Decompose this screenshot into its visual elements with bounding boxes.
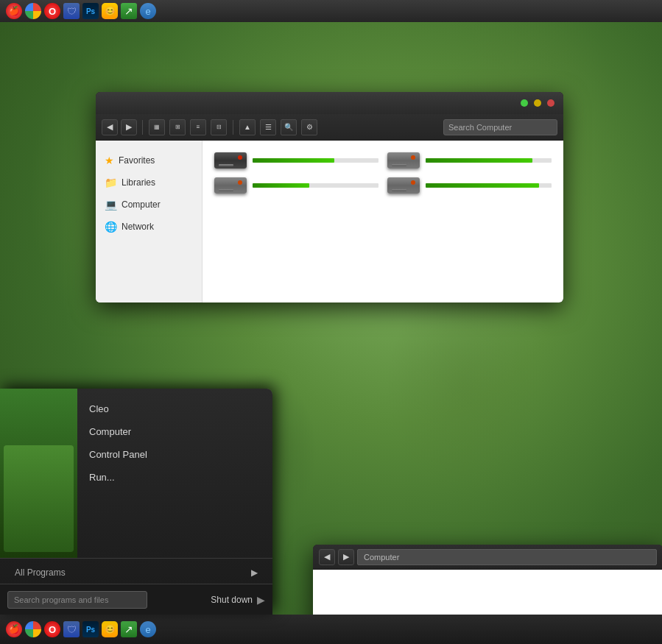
shut-down-arrow-icon: ▶	[257, 594, 265, 606]
nav-label-network: Network	[122, 222, 154, 232]
forward-button[interactable]: ▶	[121, 119, 137, 135]
drive-icon-2	[387, 152, 420, 169]
window-titlebar	[96, 92, 563, 114]
bottom-emoji-icon[interactable]: 😊	[102, 621, 118, 637]
drive-bar-3	[253, 183, 378, 188]
computer-icon: 💻	[105, 199, 117, 210]
window-content: ★ Favorites 📁 Libraries 💻 Computer 🌐 Net…	[96, 141, 563, 302]
start-menu-right: Cleo Computer Control Panel Run...	[77, 389, 272, 558]
toolbar-separator-2	[233, 120, 233, 135]
action-search-button[interactable]: 🔍	[281, 119, 297, 135]
main-area	[203, 141, 563, 302]
address-label-2: Computer	[364, 553, 399, 562]
drive-icon-3	[214, 177, 247, 194]
drive-item-4[interactable]	[387, 177, 552, 194]
ie-icon[interactable]: e	[140, 3, 156, 19]
all-programs-label: All Programs	[15, 567, 66, 578]
user-thumbnail	[4, 445, 74, 552]
nav-label-favorites: Favorites	[119, 155, 155, 166]
address-bar-2[interactable]: Computer	[357, 549, 657, 565]
drive-item-3[interactable]	[214, 177, 378, 194]
start-menu-top: Cleo Computer Control Panel Run...	[0, 389, 272, 558]
chrome-icon[interactable]	[25, 3, 41, 19]
sidebar-nav: ★ Favorites 📁 Libraries 💻 Computer 🌐 Net…	[96, 141, 203, 302]
bottom-chrome-icon[interactable]	[25, 621, 41, 637]
drive-icon-4	[387, 177, 420, 194]
bottom-taskbar: 🍎 O 🛡 Ps 😊 ↗ e	[0, 615, 662, 644]
bottom-ie-icon[interactable]: e	[140, 621, 156, 637]
all-programs-button[interactable]: All Programs ▶	[7, 563, 265, 582]
photoshop-icon[interactable]: Ps	[82, 3, 99, 19]
arrow-icon[interactable]: ↗	[121, 3, 137, 19]
start-menu-user-panel	[0, 389, 77, 558]
action-list-button[interactable]: ☰	[260, 119, 276, 135]
top-taskbar: 🍎 O 🛡 Ps 😊 ↗ e	[0, 0, 662, 22]
window-dot-red[interactable]	[547, 99, 554, 107]
window-toolbar: ◀ ▶ ▦ ⊞ ≡ ⊟ ▲ ☰ 🔍 ⚙ Search Computer	[96, 114, 563, 141]
start-menu-item-control-panel[interactable]: Control Panel	[77, 443, 272, 466]
network-icon: 🌐	[105, 221, 117, 233]
nav-label-libraries: Libraries	[122, 177, 155, 188]
explorer-window: ◀ ▶ ▦ ⊞ ≡ ⊟ ▲ ☰ 🔍 ⚙ Search Computer ★ Fa…	[96, 92, 563, 302]
window-dot-green[interactable]	[521, 99, 528, 107]
start-menu-bottom: Search programs and files Shut down ▶	[0, 584, 272, 615]
start-menu: Cleo Computer Control Panel Run... All P…	[0, 389, 272, 615]
nav-item-favorites[interactable]: ★ Favorites	[96, 149, 202, 171]
bottom-shield-icon[interactable]: 🛡	[63, 621, 80, 637]
bottom-arrow-icon[interactable]: ↗	[121, 621, 137, 637]
shield-icon[interactable]: 🛡	[63, 3, 80, 19]
toolbar-separator-1	[142, 120, 143, 135]
search-placeholder: Search Computer	[448, 123, 512, 132]
apple-icon[interactable]: 🍎	[6, 3, 22, 19]
window-toolbar-2: ◀ ▶ Computer	[313, 545, 662, 570]
nav-item-computer[interactable]: 💻 Computer	[96, 194, 202, 216]
start-menu-item-computer[interactable]: Computer	[77, 420, 272, 443]
libraries-icon: 📁	[105, 177, 117, 188]
drive-item-1[interactable]	[214, 152, 378, 169]
drive-item-2[interactable]	[387, 152, 552, 169]
bottom-opera-icon[interactable]: O	[44, 621, 60, 637]
view-tiles-button[interactable]: ⊞	[169, 119, 186, 135]
shut-down-button[interactable]: Shut down ▶	[211, 594, 265, 606]
action-up-button[interactable]: ▲	[239, 119, 256, 135]
drive-bar-1	[253, 158, 378, 163]
bottom-apple-icon[interactable]: 🍎	[6, 621, 22, 637]
window-dot-yellow[interactable]	[534, 99, 541, 107]
favorites-icon: ★	[105, 155, 114, 166]
nav-item-libraries[interactable]: 📁 Libraries	[96, 171, 202, 194]
drive-icon-1	[214, 152, 247, 169]
start-menu-item-cleo[interactable]: Cleo	[77, 397, 272, 420]
opera-icon[interactable]: O	[44, 3, 60, 19]
emoji-icon[interactable]: 😊	[102, 3, 118, 19]
drive-bar-4	[426, 183, 552, 188]
forward-button-2[interactable]: ▶	[338, 549, 354, 565]
drive-bar-2	[426, 158, 552, 163]
start-menu-item-run[interactable]: Run...	[77, 466, 272, 489]
search-programs-field[interactable]: Search programs and files	[7, 591, 147, 609]
action-settings-button[interactable]: ⚙	[301, 119, 317, 135]
back-button-2[interactable]: ◀	[319, 549, 335, 565]
search-box[interactable]: Search Computer	[443, 119, 557, 135]
nav-label-computer: Computer	[122, 199, 161, 210]
shut-down-label: Shut down	[211, 595, 253, 605]
back-button[interactable]: ◀	[102, 119, 118, 135]
search-programs-placeholder: Search programs and files	[14, 595, 108, 604]
bottom-photoshop-icon[interactable]: Ps	[82, 621, 99, 637]
view-list-button[interactable]: ≡	[190, 119, 206, 135]
view-details-button[interactable]: ▦	[149, 119, 165, 135]
view-columns-button[interactable]: ⊟	[211, 119, 227, 135]
nav-item-network[interactable]: 🌐 Network	[96, 216, 202, 238]
all-programs-section: All Programs ▶	[0, 558, 272, 584]
all-programs-arrow: ▶	[251, 567, 258, 578]
